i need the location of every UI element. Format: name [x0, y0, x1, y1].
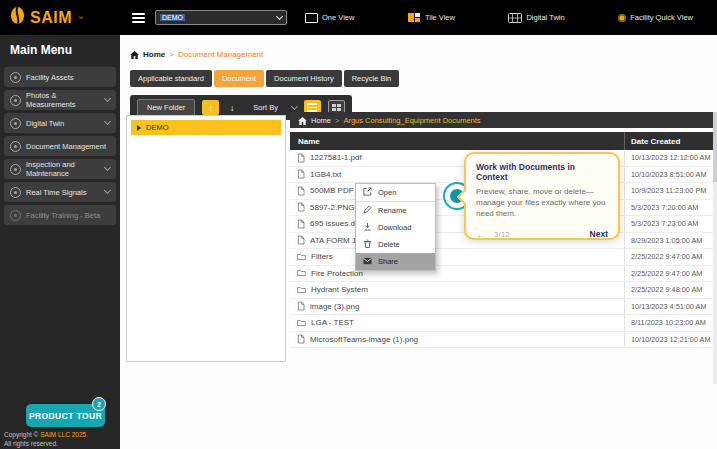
tab-document-history[interactable]: Document History	[266, 70, 342, 87]
table-row[interactable]: LGA - TEST 8/11/2023 10:23:00 AM	[290, 315, 714, 332]
chevron-down-icon	[104, 187, 111, 194]
file-date: 10/13/2023 12:12:00 AM	[624, 150, 714, 166]
context-menu-rename[interactable]: Rename	[356, 202, 435, 219]
file-icon	[297, 169, 305, 179]
tour-back-arrow[interactable]: ←	[476, 229, 486, 240]
sidebar-item-digital-twin[interactable]: Digital Twin	[4, 113, 116, 133]
breadcrumb-current: Document Management	[178, 50, 263, 59]
saim-logo-icon	[10, 6, 25, 29]
breadcrumb: Home > Document Management	[130, 45, 717, 63]
folder-name: LGA - TEST	[311, 318, 354, 327]
upload-button[interactable]: ↑	[202, 100, 219, 115]
topbar: DEMO One View Tile View Digital Twin Fac…	[120, 0, 717, 35]
sidebar-item-document-management[interactable]: Document Management	[4, 136, 116, 156]
chevron-down-icon	[104, 164, 111, 171]
file-date: 2/25/2022 9:47:00 AM	[624, 266, 714, 282]
hamburger-menu-icon[interactable]	[132, 13, 145, 23]
logo[interactable]: SAIM ™	[0, 0, 120, 35]
sidebar-item-facility-assets[interactable]: Facility Assets	[4, 67, 116, 87]
tour-tooltip: Work with Documents in Context Preview, …	[464, 152, 620, 240]
table-row[interactable]: Fire Protection 2/25/2022 9:47:00 AM	[290, 266, 714, 283]
table-row[interactable]: Filters 2/25/2022 9:47:00 AM	[290, 249, 714, 266]
file-icon	[297, 153, 305, 163]
file-date: 5/3/2023 7:20:00 AM	[624, 200, 714, 216]
chevron-down-icon	[104, 118, 111, 125]
file-date: 10/10/2023 12:21:00 AM	[624, 332, 714, 348]
breadcrumb-home[interactable]: Home	[143, 50, 165, 59]
context-menu-open[interactable]: Open	[356, 184, 435, 202]
file-date: 8/29/2023 1:05:00 AM	[624, 233, 714, 249]
nav-facility-quick-view[interactable]: Facility Quick View	[618, 9, 693, 27]
tab-applicable-standard[interactable]: Applicable standard	[130, 70, 212, 87]
context-menu-download[interactable]: Download	[356, 219, 435, 236]
product-tour-badge: 2	[92, 397, 106, 411]
rename-icon	[363, 205, 372, 216]
folder-icon	[297, 253, 306, 261]
chevron-down-icon	[104, 95, 111, 102]
facility-assets-icon	[10, 72, 21, 83]
tour-step-counter: 3/12	[494, 230, 510, 239]
up-arrow-icon: ↑	[209, 103, 214, 113]
sidebar: SAIM ™ Main Menu Facility Assets Photos …	[0, 0, 120, 449]
nav-tile-view[interactable]: Tile View	[408, 9, 455, 27]
topnav: One View Tile View Digital Twin Facility…	[297, 9, 705, 27]
file-icon	[297, 334, 305, 344]
sidebar-item-facility-training[interactable]: Facility Training - Beta	[4, 205, 116, 225]
tree-item-demo[interactable]: DEMO	[131, 120, 281, 135]
delete-icon	[363, 239, 372, 250]
folder-name: Hydrant System	[311, 285, 368, 294]
app-window: SAIM ™ Main Menu Facility Assets Photos …	[0, 0, 717, 449]
file-icon	[297, 301, 305, 311]
folder-icon	[297, 286, 306, 294]
chevron-down-icon	[276, 12, 283, 19]
tab-recycle-bin[interactable]: Recycle Bin	[344, 70, 400, 87]
tour-title: Work with Documents in Context	[476, 162, 608, 182]
sidebar-item-real-time-signals[interactable]: Real Time Signals	[4, 182, 116, 202]
table-row[interactable]: MicrosoftTeams-image (1).png 10/10/2023 …	[290, 332, 714, 349]
facility-training-icon	[10, 210, 21, 221]
sidebar-item-photos-measurements[interactable]: Photos & Measurements	[4, 90, 116, 110]
sidebar-item-label: Digital Twin	[26, 119, 100, 128]
sidebar-item-label: Facility Assets	[26, 73, 110, 82]
folder-icon	[297, 269, 306, 277]
digital-twin-icon	[10, 118, 21, 129]
home-icon	[130, 45, 139, 63]
table-row[interactable]: Hydrant System 2/25/2022 9:48:00 AM	[290, 282, 714, 299]
logo-trademark: ™	[78, 15, 83, 21]
file-icon	[297, 186, 305, 196]
file-name: 1GB4.txt	[310, 170, 341, 179]
table-breadcrumb-home[interactable]: Home	[311, 116, 331, 125]
column-header-date[interactable]: Date Created	[624, 132, 714, 150]
document-management-icon	[10, 141, 21, 152]
table-row[interactable]: image (3).png 10/13/2023 4:51:00 AM	[290, 299, 714, 316]
file-date: 2/25/2022 9:47:00 AM	[624, 249, 714, 265]
file-date: 10/10/2023 8:51:00 AM	[624, 167, 714, 183]
share-icon	[363, 257, 372, 267]
table-scrollbar-thumb[interactable]	[713, 112, 717, 182]
site-dropdown-value: DEMO	[160, 14, 185, 21]
file-date: 2/25/2022 9:48:00 AM	[624, 282, 714, 298]
file-icon	[297, 235, 305, 245]
nav-digital-twin[interactable]: Digital Twin	[508, 9, 564, 27]
table-breadcrumb-path: Argus Consulting_Equipment Documents	[343, 116, 480, 125]
context-menu: Open Rename Download Delete Share	[355, 183, 436, 271]
sidebar-item-inspection-maintenance[interactable]: Inspection and Maintenance	[4, 159, 116, 179]
logo-text: SAIM	[30, 9, 72, 27]
file-name: image (3).png	[310, 302, 359, 311]
tour-next-button[interactable]: Next	[590, 229, 608, 239]
tab-document[interactable]: Document	[214, 70, 264, 87]
download-all-button[interactable]: ↓	[226, 100, 238, 115]
digital-twin-grid-icon	[508, 9, 522, 27]
sidebar-item-label: Facility Training - Beta	[26, 211, 110, 220]
nav-one-view[interactable]: One View	[305, 9, 354, 27]
site-dropdown[interactable]: DEMO	[155, 10, 287, 25]
new-folder-button[interactable]: New Folder	[137, 99, 195, 116]
column-header-name[interactable]: Name	[290, 137, 624, 146]
context-menu-share[interactable]: Share	[356, 253, 435, 270]
tree-expand-icon	[137, 125, 141, 131]
sort-by-dropdown[interactable]: Sort By	[253, 103, 297, 112]
context-menu-delete[interactable]: Delete	[356, 236, 435, 253]
table-breadcrumb: Home > Argus Consulting_Equipment Docume…	[290, 112, 714, 128]
tree-item-label: DEMO	[146, 123, 169, 132]
copyright-brand: SAIM LLC	[40, 431, 70, 438]
